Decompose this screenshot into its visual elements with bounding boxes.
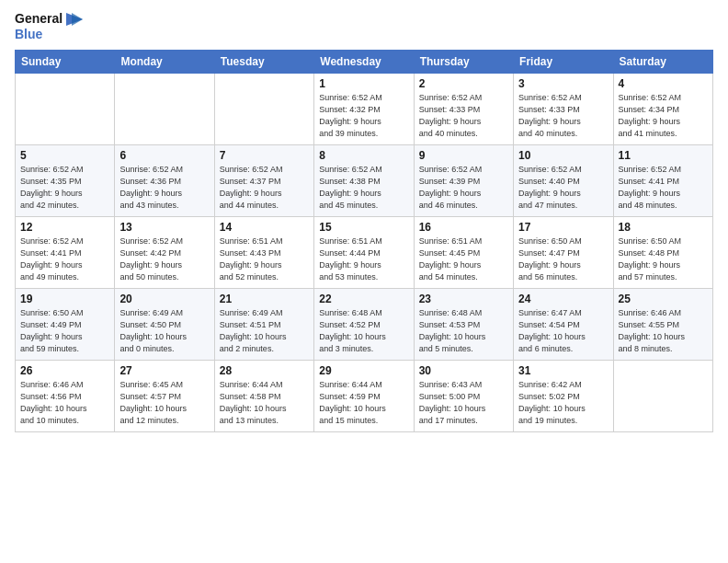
day-number: 11 bbox=[619, 149, 708, 162]
day-info: Sunrise: 6:50 AM Sunset: 4:48 PM Dayligh… bbox=[619, 236, 708, 283]
day-info: Sunrise: 6:44 AM Sunset: 4:58 PM Dayligh… bbox=[220, 379, 309, 427]
calendar-cell: 31Sunrise: 6:42 AM Sunset: 5:02 PM Dayli… bbox=[514, 360, 613, 431]
calendar-cell: 28Sunrise: 6:44 AM Sunset: 4:58 PM Dayli… bbox=[214, 360, 313, 431]
day-info: Sunrise: 6:52 AM Sunset: 4:33 PM Dayligh… bbox=[518, 92, 608, 140]
day-info: Sunrise: 6:51 AM Sunset: 4:45 PM Dayligh… bbox=[419, 236, 508, 283]
calendar-cell: 30Sunrise: 6:43 AM Sunset: 5:00 PM Dayli… bbox=[414, 360, 513, 431]
calendar-cell: 23Sunrise: 6:48 AM Sunset: 4:53 PM Dayli… bbox=[414, 288, 513, 360]
day-number: 4 bbox=[619, 77, 708, 90]
calendar-cell: 20Sunrise: 6:49 AM Sunset: 4:50 PM Dayli… bbox=[115, 288, 214, 360]
day-number: 10 bbox=[518, 149, 608, 162]
calendar-week-row: 12Sunrise: 6:52 AM Sunset: 4:41 PM Dayli… bbox=[16, 216, 713, 288]
calendar-cell: 3Sunrise: 6:52 AM Sunset: 4:33 PM Daylig… bbox=[514, 73, 613, 144]
day-number: 2 bbox=[419, 77, 508, 90]
day-number: 9 bbox=[419, 149, 508, 162]
calendar-cell: 19Sunrise: 6:50 AM Sunset: 4:49 PM Dayli… bbox=[16, 288, 115, 360]
day-info: Sunrise: 6:52 AM Sunset: 4:41 PM Dayligh… bbox=[619, 164, 708, 212]
col-header-saturday: Saturday bbox=[613, 50, 712, 73]
calendar-cell: 11Sunrise: 6:52 AM Sunset: 4:41 PM Dayli… bbox=[613, 144, 712, 216]
calendar-cell: 25Sunrise: 6:46 AM Sunset: 4:55 PM Dayli… bbox=[613, 288, 712, 360]
calendar-cell: 12Sunrise: 6:52 AM Sunset: 4:41 PM Dayli… bbox=[16, 216, 115, 288]
day-number: 24 bbox=[518, 293, 608, 305]
day-info: Sunrise: 6:45 AM Sunset: 4:57 PM Dayligh… bbox=[119, 379, 209, 427]
day-number: 5 bbox=[20, 149, 109, 162]
day-info: Sunrise: 6:52 AM Sunset: 4:38 PM Dayligh… bbox=[319, 164, 408, 212]
day-info: Sunrise: 6:50 AM Sunset: 4:47 PM Dayligh… bbox=[518, 236, 608, 283]
col-header-friday: Friday bbox=[514, 50, 613, 73]
day-number: 31 bbox=[518, 364, 608, 377]
col-header-sunday: Sunday bbox=[16, 50, 115, 73]
day-number: 23 bbox=[419, 293, 508, 305]
day-info: Sunrise: 6:52 AM Sunset: 4:35 PM Dayligh… bbox=[20, 164, 109, 212]
day-number: 15 bbox=[319, 221, 408, 234]
day-number: 26 bbox=[20, 364, 109, 377]
day-number: 12 bbox=[20, 221, 109, 234]
day-info: Sunrise: 6:52 AM Sunset: 4:37 PM Dayligh… bbox=[220, 164, 309, 212]
calendar-cell: 26Sunrise: 6:46 AM Sunset: 4:56 PM Dayli… bbox=[16, 360, 115, 431]
day-number: 17 bbox=[518, 221, 608, 234]
day-number: 1 bbox=[319, 77, 408, 90]
col-header-thursday: Thursday bbox=[414, 50, 513, 73]
calendar-week-row: 26Sunrise: 6:46 AM Sunset: 4:56 PM Dayli… bbox=[16, 360, 713, 431]
calendar-cell: 24Sunrise: 6:47 AM Sunset: 4:54 PM Dayli… bbox=[514, 288, 613, 360]
day-number: 3 bbox=[518, 77, 608, 90]
calendar-week-row: 1Sunrise: 6:52 AM Sunset: 4:32 PM Daylig… bbox=[16, 73, 713, 144]
day-info: Sunrise: 6:46 AM Sunset: 4:55 PM Dayligh… bbox=[619, 307, 708, 355]
day-number: 16 bbox=[419, 221, 508, 234]
day-info: Sunrise: 6:52 AM Sunset: 4:40 PM Dayligh… bbox=[518, 164, 608, 212]
logo: General Blue bbox=[15, 11, 83, 42]
day-number: 13 bbox=[119, 221, 209, 234]
logo-text: General Blue bbox=[15, 11, 83, 42]
day-info: Sunrise: 6:48 AM Sunset: 4:52 PM Dayligh… bbox=[319, 307, 408, 355]
calendar-cell: 15Sunrise: 6:51 AM Sunset: 4:44 PM Dayli… bbox=[314, 216, 414, 288]
calendar-cell: 29Sunrise: 6:44 AM Sunset: 4:59 PM Dayli… bbox=[314, 360, 414, 431]
day-number: 19 bbox=[20, 293, 109, 305]
day-number: 22 bbox=[319, 293, 408, 305]
calendar-week-row: 5Sunrise: 6:52 AM Sunset: 4:35 PM Daylig… bbox=[16, 144, 713, 216]
day-number: 20 bbox=[119, 293, 209, 305]
day-number: 8 bbox=[319, 149, 408, 162]
day-number: 7 bbox=[220, 149, 309, 162]
calendar-cell: 27Sunrise: 6:45 AM Sunset: 4:57 PM Dayli… bbox=[115, 360, 214, 431]
day-number: 21 bbox=[220, 293, 309, 305]
day-info: Sunrise: 6:51 AM Sunset: 4:43 PM Dayligh… bbox=[220, 236, 309, 283]
day-info: Sunrise: 6:52 AM Sunset: 4:33 PM Dayligh… bbox=[419, 92, 508, 140]
col-header-wednesday: Wednesday bbox=[314, 50, 414, 73]
calendar-cell: 6Sunrise: 6:52 AM Sunset: 4:36 PM Daylig… bbox=[115, 144, 214, 216]
calendar-cell bbox=[214, 73, 313, 144]
col-header-monday: Monday bbox=[115, 50, 214, 73]
day-number: 29 bbox=[319, 364, 408, 377]
calendar-cell: 1Sunrise: 6:52 AM Sunset: 4:32 PM Daylig… bbox=[314, 73, 414, 144]
calendar-week-row: 19Sunrise: 6:50 AM Sunset: 4:49 PM Dayli… bbox=[16, 288, 713, 360]
day-info: Sunrise: 6:49 AM Sunset: 4:51 PM Dayligh… bbox=[220, 307, 309, 355]
day-info: Sunrise: 6:48 AM Sunset: 4:53 PM Dayligh… bbox=[419, 307, 508, 355]
calendar-cell: 10Sunrise: 6:52 AM Sunset: 4:40 PM Dayli… bbox=[514, 144, 613, 216]
day-info: Sunrise: 6:46 AM Sunset: 4:56 PM Dayligh… bbox=[20, 379, 109, 427]
day-info: Sunrise: 6:52 AM Sunset: 4:36 PM Dayligh… bbox=[119, 164, 209, 212]
calendar-cell: 16Sunrise: 6:51 AM Sunset: 4:45 PM Dayli… bbox=[414, 216, 513, 288]
day-info: Sunrise: 6:43 AM Sunset: 5:00 PM Dayligh… bbox=[419, 379, 508, 427]
header: General Blue bbox=[15, 11, 713, 42]
calendar-cell: 17Sunrise: 6:50 AM Sunset: 4:47 PM Dayli… bbox=[514, 216, 613, 288]
calendar-cell: 9Sunrise: 6:52 AM Sunset: 4:39 PM Daylig… bbox=[414, 144, 513, 216]
calendar-cell bbox=[613, 360, 712, 431]
calendar-header-row: SundayMondayTuesdayWednesdayThursdayFrid… bbox=[16, 50, 713, 73]
calendar-cell: 4Sunrise: 6:52 AM Sunset: 4:34 PM Daylig… bbox=[613, 73, 712, 144]
calendar-cell: 5Sunrise: 6:52 AM Sunset: 4:35 PM Daylig… bbox=[16, 144, 115, 216]
svg-marker-1 bbox=[72, 13, 83, 26]
day-number: 30 bbox=[419, 364, 508, 377]
day-info: Sunrise: 6:52 AM Sunset: 4:32 PM Dayligh… bbox=[319, 92, 408, 140]
day-number: 14 bbox=[220, 221, 309, 234]
day-info: Sunrise: 6:51 AM Sunset: 4:44 PM Dayligh… bbox=[319, 236, 408, 283]
day-info: Sunrise: 6:44 AM Sunset: 4:59 PM Dayligh… bbox=[319, 379, 408, 427]
calendar-cell: 14Sunrise: 6:51 AM Sunset: 4:43 PM Dayli… bbox=[214, 216, 313, 288]
day-info: Sunrise: 6:50 AM Sunset: 4:49 PM Dayligh… bbox=[20, 307, 109, 355]
col-header-tuesday: Tuesday bbox=[214, 50, 313, 73]
calendar-cell bbox=[115, 73, 214, 144]
day-number: 6 bbox=[119, 149, 209, 162]
day-number: 25 bbox=[619, 293, 708, 305]
calendar-cell: 8Sunrise: 6:52 AM Sunset: 4:38 PM Daylig… bbox=[314, 144, 414, 216]
day-number: 18 bbox=[619, 221, 708, 234]
day-info: Sunrise: 6:52 AM Sunset: 4:39 PM Dayligh… bbox=[419, 164, 508, 212]
day-info: Sunrise: 6:42 AM Sunset: 5:02 PM Dayligh… bbox=[518, 379, 608, 427]
